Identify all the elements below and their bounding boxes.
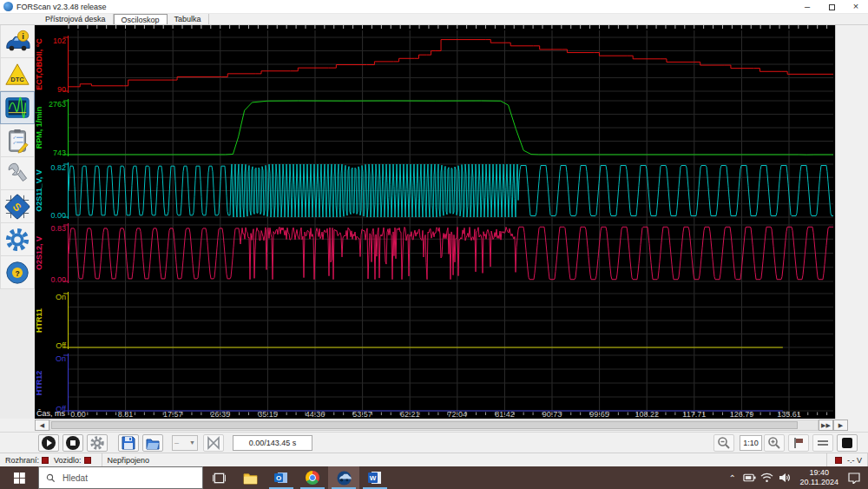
oscilloscope-chart-area[interactable]: ECT,OBDII, °C10290RPM, 1/min2763743O2S11… [35,25,835,419]
battery-icon[interactable] [741,472,759,483]
voltage-status-led [835,457,842,464]
scroll-fast-forward-button[interactable]: ▶▶ [819,420,833,431]
clear-button[interactable] [203,434,224,452]
volume-icon[interactable] [776,472,793,483]
small-gear-icon [89,435,105,451]
taskbar-chrome[interactable] [297,466,328,489]
chip-icon: S [4,194,30,220]
tab-tabulka[interactable]: Tabulka [168,14,209,24]
svg-text:HTR12: HTR12 [35,371,43,396]
svg-text:117.71: 117.71 [682,410,706,419]
scroll-start-button[interactable]: ◀ [35,420,49,431]
forscan-taskbar-icon [337,471,352,486]
app-logo-icon [3,2,13,11]
title-bar: FORScan v2.3.48 release – × [0,0,868,14]
svg-text:17.57: 17.57 [163,410,183,419]
svg-text:✓: ✓ [12,139,16,144]
stop-button[interactable] [62,434,83,452]
sidebar-item-service[interactable] [0,157,35,190]
record-settings-button[interactable] [87,434,108,452]
outlook-icon: O [274,471,288,485]
tab-pristrojova-deska[interactable]: Přístrojová deska [38,14,114,24]
svg-text:O2S11_V, V: O2S11_V, V [35,169,43,212]
minimize-button[interactable]: – [795,0,819,13]
sidebar-item-dtc[interactable]: DTC [0,58,35,91]
marker-flag-icon [792,436,806,450]
taskbar-search-input[interactable]: Hledat [38,466,203,489]
sidebar-item-help[interactable]: ? [0,256,35,289]
windows-taskbar: Hledat O [0,466,868,489]
combo-value: – [174,439,179,447]
scroll-end-button[interactable]: ▶ [833,420,848,431]
zoom-out-button[interactable] [713,434,734,452]
tab-osciloskop[interactable]: Osciloskop [114,14,168,24]
svg-text:72.04: 72.04 [448,410,468,419]
taskbar-clock[interactable]: 19:40 20.11.2024 [793,468,845,487]
svg-text:Čas, ms: Čas, ms [36,409,66,418]
zoom-in-button[interactable] [764,434,785,452]
connection-status-text: Nepřipojeno [108,456,150,465]
save-button[interactable] [118,434,139,452]
play-button[interactable] [38,434,59,452]
svg-text:RPM, 1/min: RPM, 1/min [35,107,43,149]
svg-text:90.73: 90.73 [542,410,562,419]
black-square-icon [840,436,854,450]
clock-date: 20.11.2024 [800,478,838,487]
sidebar-item-oscilloscope[interactable] [0,91,35,124]
svg-text:Off: Off [56,341,66,350]
svg-text:0.00: 0.00 [50,211,66,220]
wifi-icon[interactable] [759,472,776,483]
car-info-icon: i [4,29,30,55]
word-icon: W [368,471,382,485]
vehicle-status-led [84,457,91,464]
oscilloscope-toolbar: – ▼ 0.00/143.45 s 1:10 [0,432,868,453]
taskbar-file-explorer[interactable] [234,466,266,489]
sidebar-item-settings[interactable] [0,223,35,256]
svg-text:HTR11: HTR11 [35,308,43,333]
svg-text:O: O [276,474,281,482]
grid-lines-button[interactable] [812,434,833,452]
svg-text:0.00: 0.00 [70,410,86,419]
svg-text:0.82: 0.82 [50,163,66,172]
scroll-thumb[interactable] [51,421,798,429]
search-icon [46,473,56,483]
lines-icon [816,436,830,450]
sidebar-item-tests[interactable]: ✓✓ [0,124,35,157]
svg-text:53.57: 53.57 [352,410,372,419]
signal-combo[interactable]: – ▼ [172,435,198,451]
svg-text:26.35: 26.35 [211,410,231,419]
scroll-track[interactable] [49,420,819,431]
interface-status-led [42,457,49,464]
svg-text:81.42: 81.42 [495,410,515,419]
svg-text:i: i [22,32,24,41]
action-center-icon[interactable] [845,472,863,484]
svg-text:108.22: 108.22 [635,410,659,419]
restore-button[interactable] [819,0,844,13]
sidebar-item-programming[interactable]: S [0,190,35,223]
taskbar-word[interactable]: W [359,466,391,489]
vehicle-label: Vozidlo: [54,456,82,465]
svg-text:135.61: 135.61 [777,410,801,419]
open-folder-icon [145,435,161,451]
tab-bar: Přístrojová deska Osciloskop Tabulka [0,14,868,25]
search-placeholder: Hledat [62,473,88,483]
svg-text:35.15: 35.15 [258,410,278,419]
taskbar-forscan[interactable] [328,466,359,489]
help-icon: ? [4,260,30,286]
sidebar-item-vehicle-info[interactable]: i [0,25,35,58]
start-button[interactable] [0,466,38,489]
svg-text:0.83: 0.83 [50,224,66,233]
oscilloscope-chart[interactable]: ECT,OBDII, °C10290RPM, 1/min2763743O2S11… [35,25,835,419]
close-button[interactable]: × [844,0,868,13]
clipboard-icon: ✓✓ [4,128,30,154]
svg-text:99.65: 99.65 [589,410,609,419]
svg-text:On: On [56,354,66,363]
dtc-warning-icon: DTC [4,62,30,88]
zoom-ratio-select[interactable]: 1:10 [740,435,762,451]
background-color-button[interactable] [837,434,858,452]
task-view-button[interactable] [203,466,234,489]
marker-button[interactable] [788,434,809,452]
open-button[interactable] [142,434,163,452]
tray-expand-chevron-icon[interactable]: ⌃ [724,473,741,483]
taskbar-outlook[interactable]: O [266,466,297,489]
